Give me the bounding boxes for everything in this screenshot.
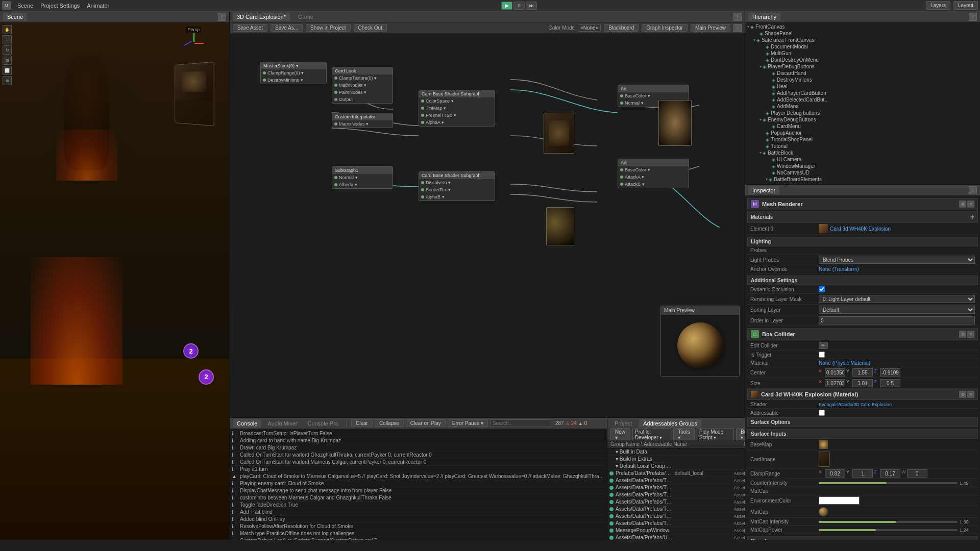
counter-intensity-track[interactable] [819,482,958,484]
node-dissolve-subgraph[interactable]: Card Base Shader Subgraph DissolveIn ▾ B… [419,171,495,201]
node-master-stack[interactable]: MasterStack(0) ▾ ClampRange(0) ▾ Destroy… [260,62,327,84]
material-section-header[interactable]: Card 3d WH40K Explosion (Material) ⚙ ? [747,389,978,400]
hierarchy-item[interactable]: ◈Player Debug buttons [745,110,980,116]
dynamic-occlusion-checkbox[interactable] [819,286,825,292]
log-entry[interactable]: ℹMatch type PracticeOffline does not log… [232,530,605,537]
log-entry[interactable]: ℹCalled OnTurnStart for warlord Marneus … [232,459,605,466]
size-x-input[interactable] [825,379,845,387]
mesh-renderer-settings-btn[interactable]: ⚙ [959,201,966,208]
clear-on-play-btn[interactable]: Clear on Play [406,419,446,427]
layout-button[interactable]: Layout [953,1,978,10]
collapse-btn[interactable]: Collapse [375,419,404,427]
box-collider-header[interactable]: □ Box Collider ⚙ ? [747,328,978,340]
hierarchy-item[interactable]: ▾◈BattleBoardElements [745,176,980,183]
hierarchy-item[interactable]: ▾◈PlayerDebugButtons [745,63,980,70]
base-map-texture[interactable] [819,440,828,449]
matcap-intensity-track[interactable] [819,521,958,523]
edit-collider-btn[interactable]: ✏ [819,342,828,349]
clear-btn[interactable]: Clear [351,419,373,427]
play-mode-select[interactable]: Play Mode Script ▾ [697,428,734,441]
log-entry[interactable]: ℹResolveFollowAfterResolution for Cloud … [232,523,605,530]
console-search-input[interactable] [490,419,551,427]
center-x-input[interactable] [825,368,845,377]
save-as-btn[interactable]: Save As... [271,24,303,32]
hierarchy-item[interactable]: ◈AddMana [745,103,980,110]
tab-hierarchy[interactable]: Hierarchy [748,13,780,21]
log-entry[interactable]: ℹDisplayChatMessage to send chat message… [232,487,605,494]
tool-rect[interactable]: ⬜ [3,66,12,75]
log-entry[interactable]: ℹcustomintro between Marneus Calgar and … [232,494,605,502]
log-entry[interactable]: ▲playCard: Cloud of Smoke to Marneus Cal… [232,473,605,480]
scene-options-button[interactable]: ⋮ [218,13,226,21]
main-preview-btn[interactable]: Main Preview [691,24,730,32]
size-z-input[interactable] [880,379,900,387]
log-entry[interactable]: ℹAdding card to hand with name Big Krump… [232,437,605,444]
graph-options-btn[interactable]: ⋮ [733,13,742,21]
menu-animator[interactable]: Animator [84,2,112,10]
hierarchy-item[interactable]: ◈Colliders [745,183,980,184]
log-entry[interactable]: ▲CustomDebug.Log() at /Scripts/Support/C… [232,537,605,540]
clamp-y-input[interactable] [852,469,873,478]
color-mode-select[interactable]: «None» [578,24,601,32]
box-collider-settings-btn[interactable]: ⚙ [959,331,966,338]
check-out-btn[interactable]: Check Out [354,24,387,32]
hierarchy-item[interactable]: ▾◈EnemyDebugButtons [745,116,980,123]
tool-rotate[interactable]: ↻ [3,45,12,55]
hierarchy-item[interactable]: ◈Tutorial [745,143,980,149]
tool-transform[interactable]: ⊕ [3,76,12,85]
material-name-value[interactable]: Card 3d WH40K Explosion [830,226,891,232]
node-art-2[interactable]: Art BaseColor ▾ AttackA ▾ AttackB ▾ [618,159,689,188]
node-custom-interp[interactable]: Custom Interpolator MatrixNodes ▾ [332,113,393,128]
order-layer-input[interactable] [819,316,975,324]
node-surface-desc[interactable]: Card Base Shader Subgraph ColorSpace ▾ T… [419,90,495,127]
materials-section-header[interactable]: Materials + [747,211,978,223]
clamp-x-input[interactable] [825,469,845,478]
tab-inspector[interactable]: Inspector [748,186,779,194]
inspector-options-btn[interactable]: ⋮ [969,186,977,194]
tab-console[interactable]: Console [233,419,261,428]
hierarchy-item[interactable]: ◈WindowManager [745,163,980,169]
light-probes-select[interactable]: Blend Probes [819,256,975,264]
hierarchy-item[interactable]: ◈Heal [745,83,980,90]
log-entry[interactable]: ℹCalled OnTurnStart for warlord Ghazghku… [232,452,605,459]
center-y-input[interactable] [852,368,873,377]
matcap-power-track[interactable] [819,529,958,531]
box-collider-ref-btn[interactable]: ? [967,331,974,338]
lighting-section-header[interactable]: Lighting [747,237,978,246]
log-entry[interactable]: ℹAdded blind OnPlay [232,516,605,523]
hierarchy-item[interactable]: ◈DestroyMinions [745,77,980,83]
node-card-look[interactable]: Card Look ClampTexture(0) ▾ MathNodes ▾ … [332,67,393,104]
tab-console-pro[interactable]: Console Pro [303,419,342,428]
tool-move[interactable]: ↔ [3,35,12,44]
size-y-input[interactable] [852,379,873,387]
tab-game[interactable]: Game [294,13,317,21]
hierarchy-item[interactable]: ◈CardMenu [745,123,980,130]
is-trigger-checkbox[interactable] [819,352,825,358]
hierarchy-item[interactable]: ◈ShadePanel [745,30,980,37]
tab-addressables[interactable]: Addressables Groups [639,419,701,428]
tool-hand[interactable]: ✋ [3,25,12,34]
tools-btn[interactable]: Tools ▾ [673,428,695,441]
clamp-z-input[interactable] [880,469,900,478]
hierarchy-item[interactable]: ◈NoCamvasUD [745,169,980,176]
materials-add-btn[interactable]: + [970,213,974,221]
tab-audio-mixer[interactable]: Audio Mixer [263,419,301,428]
hierarchy-item[interactable]: ◈AddPlayerCardButton [745,90,980,96]
material-ref-btn[interactable]: ? [967,391,974,398]
hierarchy-item[interactable]: ◈PopupAnchor [745,130,980,136]
matcap-sphere-thumb[interactable] [819,507,828,516]
material-settings-btn[interactable]: ⚙ [959,391,966,398]
tab-project[interactable]: Project [610,419,636,428]
log-entry[interactable]: ℹBroadcastTurnSetup: IsPlayerTurn False [232,430,605,437]
tool-scale[interactable]: ⊡ [3,56,12,65]
hierarchy-item[interactable]: ◈TutorialShopPanel [745,136,980,143]
graph-view[interactable]: MasterStack(0) ▾ ClampRange(0) ▾ Destroy… [230,34,745,417]
play-button[interactable]: ▶ [501,2,512,10]
env-color-swatch[interactable] [819,496,860,505]
save-asset-btn[interactable]: Save Asset [233,24,267,32]
mesh-renderer-header[interactable]: M Mesh Renderer ⚙ ? [747,198,978,210]
center-z-input[interactable] [880,368,900,377]
blackboard-btn[interactable]: Blackboard [604,24,639,32]
node-subgraph1[interactable]: SubGraph1 Normal ▾ Albedo ▾ [332,166,393,189]
hierarchy-item[interactable]: ◈DiscardHand [745,70,980,77]
